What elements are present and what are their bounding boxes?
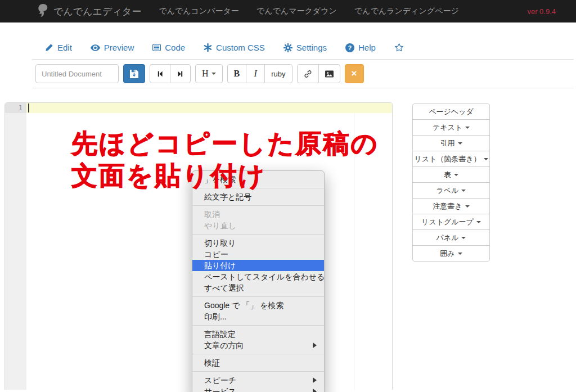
ruby-button[interactable]: ruby: [264, 64, 292, 83]
tab-settings-label: Settings: [296, 43, 327, 52]
menu-item-speech[interactable]: スピーチ: [192, 375, 324, 386]
menu-item-writing-direction[interactable]: 文章の方向: [192, 340, 324, 351]
chevron-down-icon: [465, 127, 470, 129]
question-circle-icon: ?: [345, 43, 354, 52]
sidebar-button-box[interactable]: 囲み: [412, 245, 490, 262]
tab-code[interactable]: Code: [152, 43, 185, 52]
context-menu-section: 取消 やり直し: [192, 206, 324, 235]
sidebar-button-quote[interactable]: 引用: [412, 135, 490, 151]
eye-icon: [91, 44, 100, 51]
snail-logo-icon: [37, 3, 49, 19]
bold-button[interactable]: B: [227, 64, 247, 83]
context-menu: 」を検索 絵文字と記号 取消 やり直し 切り取り コピー 貼り付け ペーストして…: [192, 170, 325, 392]
heading-label: H: [202, 69, 209, 79]
chevron-down-icon: [461, 237, 466, 239]
nav-link-markdown[interactable]: でんでんマークダウン: [256, 6, 337, 16]
tab-edit-label: Edit: [57, 43, 72, 52]
save-button[interactable]: [123, 64, 145, 83]
chevron-down-icon: [458, 253, 462, 255]
italic-label: I: [254, 69, 257, 79]
image-button[interactable]: [318, 64, 340, 83]
italic-button[interactable]: I: [246, 64, 265, 83]
pencil-icon: [45, 43, 53, 52]
link-icon: [304, 70, 312, 78]
chevron-down-icon: [484, 158, 488, 160]
image-icon: [325, 70, 334, 78]
document-title-input[interactable]: [35, 64, 119, 83]
brand-label: でんでんエディター: [53, 5, 141, 18]
sidebar-button-panel[interactable]: パネル: [412, 229, 490, 246]
asterisk-icon: [204, 43, 212, 52]
chevron-down-icon: [461, 190, 466, 192]
menu-item-search-google[interactable]: Google で 「」 を検索: [192, 300, 324, 311]
heading-dropdown[interactable]: H: [195, 64, 223, 83]
menu-item-lookup[interactable]: 」を検索: [192, 174, 324, 185]
tab-custom-css[interactable]: Custom CSS: [204, 43, 265, 52]
sidebar-button-list-group[interactable]: リストグループ: [412, 214, 490, 230]
star-outline-icon: [394, 43, 404, 52]
tab-code-label: Code: [165, 43, 185, 52]
line-number: 1: [5, 103, 26, 113]
menu-item-inspect[interactable]: 検証: [192, 357, 324, 368]
menu-item-copy[interactable]: コピー: [192, 249, 324, 260]
tab-custom-css-label: Custom CSS: [216, 43, 265, 52]
tab-help-label: Help: [358, 43, 376, 52]
brand-link[interactable]: でんでんエディター: [37, 3, 141, 19]
favorite-star-button[interactable]: [394, 43, 404, 52]
chevron-down-icon: [465, 205, 470, 208]
menu-item-paste[interactable]: 貼り付け: [192, 260, 324, 271]
top-navbar: でんでんエディター でんでんコンバーター でんでんマークダウン でんでんランディ…: [0, 0, 576, 22]
tab-edit[interactable]: Edit: [45, 43, 72, 52]
tab-settings[interactable]: Settings: [284, 43, 327, 52]
menu-item-redo: やり直し: [192, 220, 324, 231]
gear-icon: [284, 43, 292, 52]
tab-preview-label: Preview: [104, 43, 134, 52]
wrap-guide-line: [354, 113, 354, 390]
sidebar-button-list[interactable]: リスト（箇条書き）: [412, 151, 490, 167]
menu-item-print[interactable]: 印刷...: [192, 311, 324, 322]
nav-link-landing-page[interactable]: でんでんランディングページ: [354, 6, 459, 16]
link-button[interactable]: [297, 64, 319, 83]
menu-item-emoji-symbols[interactable]: 絵文字と記号: [192, 191, 324, 202]
sidebar-button-page-header[interactable]: ページヘッダ: [412, 103, 490, 120]
save-icon: [130, 70, 138, 78]
chevron-down-icon: [212, 73, 216, 75]
editor-toolbar: H B I ruby ×: [32, 60, 574, 88]
nav-link-converter[interactable]: でんでんコンバーター: [159, 6, 239, 16]
tab-bar: Edit Preview Code Custom CSS Settings ? …: [32, 22, 574, 60]
sidebar-button-text[interactable]: テキスト: [412, 119, 490, 136]
editor-active-line: [26, 103, 392, 113]
tab-preview[interactable]: Preview: [91, 43, 134, 52]
menu-item-cut[interactable]: 切り取り: [192, 237, 324, 249]
close-icon: ×: [352, 68, 357, 79]
chevron-down-icon: [476, 221, 481, 223]
close-document-button[interactable]: ×: [345, 64, 364, 83]
tab-help[interactable]: ? Help: [345, 43, 376, 52]
version-label: ver 0.9.4: [527, 7, 556, 16]
snippet-sidebar: ページヘッダ テキスト 引用 リスト（箇条書き） 表 ラベル 注意書き リストグ…: [412, 103, 490, 262]
menu-item-paste-match-style[interactable]: ペーストしてスタイルを合わせる: [192, 271, 324, 282]
code-document-icon: [152, 43, 161, 52]
text-cursor: [28, 103, 29, 112]
context-menu-section: Google で 「」 を検索 印刷...: [192, 297, 324, 326]
menu-item-undo: 取消: [192, 209, 324, 220]
step-forward-button[interactable]: [170, 64, 191, 83]
context-menu-section: 切り取り コピー 貼り付け ペーストしてスタイルを合わせる すべて選択: [192, 235, 324, 297]
step-forward-icon: [177, 70, 184, 78]
menu-item-select-all[interactable]: すべて選択: [192, 282, 324, 294]
sidebar-button-note[interactable]: 注意書き: [412, 198, 490, 214]
sidebar-button-label[interactable]: ラベル: [412, 182, 490, 199]
context-menu-section: 絵文字と記号: [192, 188, 324, 206]
chevron-down-icon: [458, 142, 462, 145]
context-menu-section: スピーチ サービス: [192, 372, 324, 392]
step-backward-button[interactable]: [150, 64, 170, 83]
context-menu-section: 検証: [192, 354, 324, 372]
context-menu-section: 言語設定 文章の方向: [192, 326, 324, 354]
menu-item-services[interactable]: サービス: [192, 386, 324, 392]
menu-item-language-settings[interactable]: 言語設定: [192, 328, 324, 340]
context-menu-section: 」を検索: [192, 171, 324, 188]
denden-editor-app: でんでんエディター でんでんコンバーター でんでんマークダウン でんでんランディ…: [0, 0, 576, 392]
bold-label: B: [234, 69, 240, 79]
chevron-down-icon: [454, 174, 458, 176]
sidebar-button-table[interactable]: 表: [412, 166, 490, 183]
